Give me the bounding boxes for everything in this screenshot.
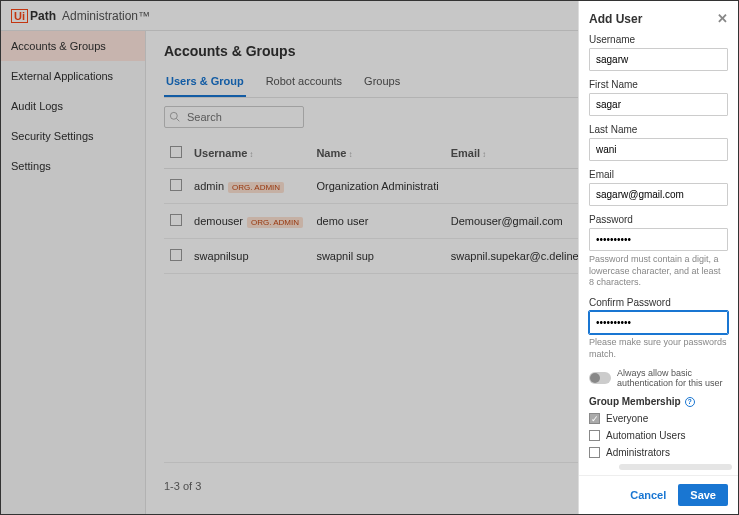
username-label: Username (589, 34, 728, 45)
confirm-password-hint: Please make sure your passwords match. (589, 337, 728, 360)
group-checkbox-administrators[interactable] (589, 447, 600, 458)
group-membership-title: Group Membership (589, 396, 681, 407)
info-icon[interactable]: ? (685, 397, 695, 407)
password-input[interactable] (589, 228, 728, 251)
panel-title: Add User (589, 12, 642, 26)
confirm-password-input[interactable] (589, 311, 728, 334)
lastname-label: Last Name (589, 124, 728, 135)
basic-auth-toggle[interactable] (589, 372, 611, 384)
group-checkbox-everyone[interactable]: ✓ (589, 413, 600, 424)
group-label: Automation Users (606, 430, 685, 441)
basic-auth-label: Always allow basic authentication for th… (617, 368, 728, 388)
email-input[interactable] (589, 183, 728, 206)
confirm-password-label: Confirm Password (589, 297, 728, 308)
close-icon[interactable]: ✕ (717, 11, 728, 26)
username-input[interactable] (589, 48, 728, 71)
email-label: Email (589, 169, 728, 180)
password-hint: Password must contain a digit, a lowerca… (589, 254, 728, 289)
group-checkbox-automation-users[interactable] (589, 430, 600, 441)
group-label: Everyone (606, 413, 648, 424)
firstname-label: First Name (589, 79, 728, 90)
group-label: Administrators (606, 447, 670, 458)
save-button[interactable]: Save (678, 484, 728, 506)
add-user-panel: Add User ✕ Username First Name Last Name… (578, 1, 738, 514)
cancel-button[interactable]: Cancel (630, 489, 666, 501)
lastname-input[interactable] (589, 138, 728, 161)
scrollbar[interactable] (619, 464, 732, 470)
firstname-input[interactable] (589, 93, 728, 116)
password-label: Password (589, 214, 728, 225)
